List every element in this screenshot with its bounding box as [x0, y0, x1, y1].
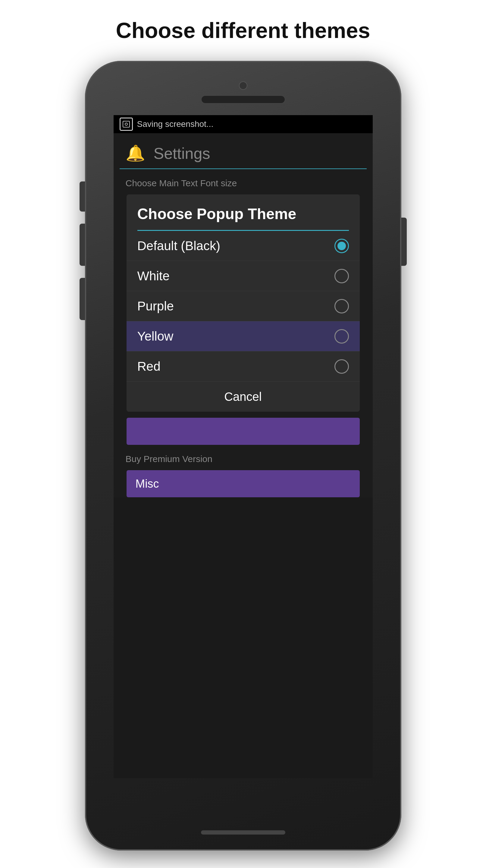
svg-point-1: [125, 123, 127, 125]
radio-label-default-black: Default (Black): [137, 239, 220, 253]
status-bar: Saving screenshot...: [114, 115, 373, 133]
radio-item-white[interactable]: White: [127, 261, 360, 291]
radio-item-yellow[interactable]: Yellow: [127, 321, 360, 351]
settings-header: 🔔 Settings: [114, 133, 373, 162]
svg-rect-0: [123, 121, 130, 127]
radio-button-red[interactable]: [334, 359, 349, 374]
phone-top: [85, 61, 401, 115]
purple-theme-button[interactable]: [127, 418, 360, 445]
phone-bottom: [85, 814, 401, 850]
volume-up-button: [79, 224, 85, 266]
radio-button-purple[interactable]: [334, 299, 349, 313]
app-content: 🔔 Settings Choose Main Text Font size Ch…: [114, 133, 373, 497]
radio-item-default-black[interactable]: Default (Black): [127, 231, 360, 261]
power-button: [401, 218, 407, 266]
front-camera: [239, 82, 247, 90]
settings-screen-title: Settings: [154, 144, 210, 162]
dialog-cancel-area[interactable]: Cancel: [127, 381, 360, 412]
dialog-title: Choose Popup Theme: [137, 205, 349, 223]
speaker-grille: [201, 95, 285, 104]
radio-list: Default (Black) White Purple: [127, 231, 360, 381]
radio-button-white[interactable]: [334, 269, 349, 283]
bell-icon: 🔔: [126, 144, 145, 162]
radio-label-purple: Purple: [137, 299, 174, 313]
phone-shell: Saving screenshot... 🔔 Settings Choose M…: [85, 61, 401, 850]
volume-silent-button: [79, 181, 85, 212]
misc-button[interactable]: Misc: [127, 470, 360, 497]
dialog-box: Choose Popup Theme Default (Black) White: [127, 194, 360, 412]
buy-premium-label: Buy Premium Version: [114, 445, 373, 470]
font-size-label: Choose Main Text Font size: [114, 169, 373, 194]
dialog-overlay: Choose Popup Theme Default (Black) White: [114, 194, 373, 412]
screenshot-icon: [120, 118, 133, 131]
dialog-title-area: Choose Popup Theme: [127, 194, 360, 231]
radio-button-default-black[interactable]: [334, 239, 349, 253]
radio-label-red: Red: [137, 359, 161, 374]
radio-label-yellow: Yellow: [137, 329, 173, 344]
cancel-text: Cancel: [224, 390, 262, 404]
volume-down-button: [79, 278, 85, 320]
saving-screenshot-text: Saving screenshot...: [137, 119, 214, 129]
radio-button-yellow[interactable]: [334, 329, 349, 344]
radio-label-white: White: [137, 269, 170, 283]
misc-button-label: Misc: [136, 477, 159, 490]
home-indicator: [201, 830, 285, 835]
phone-screen: Saving screenshot... 🔔 Settings Choose M…: [114, 115, 373, 778]
radio-item-red[interactable]: Red: [127, 351, 360, 381]
radio-item-purple[interactable]: Purple: [127, 291, 360, 321]
page-title: Choose different themes: [116, 18, 370, 43]
